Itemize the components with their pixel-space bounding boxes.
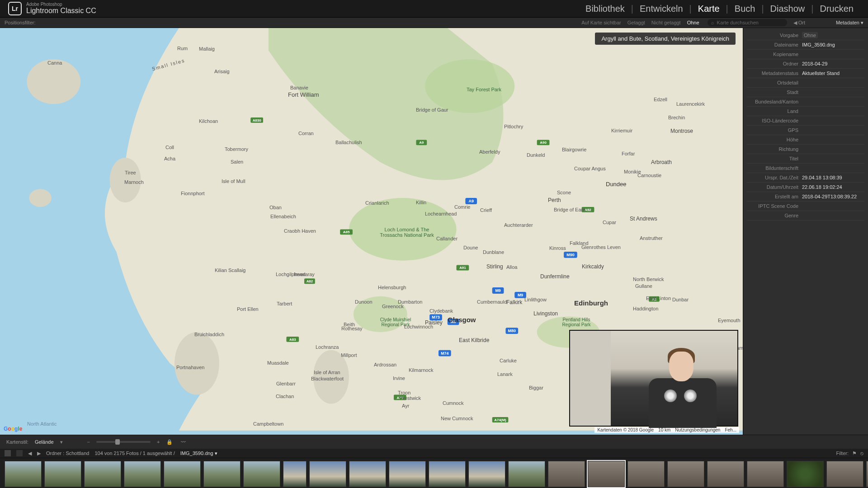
meta-row[interactable]: Datum/Uhrzeit22.06.18 19:02:24 (747, 183, 864, 192)
main-body: M8 M9 M80 M74 M9 A9 M90 M73 A82 A830 A9 … (0, 28, 868, 435)
meta-row[interactable]: Genre (747, 211, 864, 221)
meta-row[interactable]: Stadt (747, 88, 864, 97)
city-forfar: Forfar (622, 151, 635, 156)
thumbnail[interactable] (44, 461, 81, 487)
meta-value[interactable]: Aktuellster Stand (802, 70, 863, 76)
meta-key: Stadt (749, 89, 802, 95)
filter-none[interactable]: Ohne (687, 20, 699, 25)
thumbnail[interactable] (124, 461, 161, 487)
thumbnail[interactable] (283, 461, 307, 487)
meta-value[interactable]: Ohne (802, 33, 863, 38)
filter-visible-on-map[interactable]: Auf Karte sichtbar (581, 20, 621, 25)
thumbnail[interactable] (548, 461, 585, 487)
thumbnail[interactable] (787, 461, 824, 487)
park-pentland: Pentland Hills Regional Park (556, 317, 597, 327)
lock-icon[interactable]: 🔒 (166, 438, 173, 446)
city-comrie: Comrie (454, 204, 470, 210)
meta-row[interactable]: Richtung (747, 145, 864, 154)
map-search-input[interactable]: ⌕ Karte durchsuchen (708, 19, 787, 26)
city-marnoch: Marnoch (124, 179, 144, 185)
thumbnail[interactable] (164, 461, 201, 487)
thumbnail-selected[interactable] (588, 461, 625, 487)
thumbnail[interactable] (389, 461, 426, 487)
thumbnail[interactable] (349, 461, 386, 487)
filmstrip-thumbs[interactable] (0, 458, 868, 488)
app-logo: Lr (8, 2, 22, 15)
nav-back-icon[interactable]: ◀ (28, 450, 32, 456)
meta-value[interactable]: 22.06.18 19:02:24 (802, 184, 863, 190)
city-perth: Perth (548, 197, 561, 203)
gps-track-icon[interactable]: 〰 (179, 438, 187, 446)
module-book[interactable]: Buch (728, 4, 762, 14)
tab-metadaten[interactable]: Metadaten ▾ (836, 20, 863, 26)
city-carluke: Carluke (500, 358, 517, 363)
meta-row[interactable]: DateinameIMG_3590.dng (747, 40, 864, 50)
filter-untagged[interactable]: Nicht getaggt (651, 20, 681, 25)
city-craobhhaven: Craobh Haven (284, 228, 316, 234)
filmstrip: ◀ ▶ Ordner : Schottland 104 von 2175 Fot… (0, 449, 868, 488)
meta-row[interactable]: Ordner2018-04-29 (747, 59, 864, 69)
city-linlithgow: Linlithgow (524, 297, 547, 302)
meta-row[interactable]: GPS (747, 126, 864, 135)
thumbnail[interactable] (243, 461, 280, 487)
meta-value[interactable]: 29.04.18 13:08:39 (802, 175, 863, 180)
module-develop[interactable]: Entwickeln (633, 4, 689, 14)
meta-row[interactable]: Titel (747, 154, 864, 164)
meta-row[interactable]: ISO-Ländercode (747, 116, 864, 126)
module-print[interactable]: Drucken (814, 4, 860, 14)
module-slideshow[interactable]: Diashow (764, 4, 811, 14)
thumbnail[interactable] (84, 461, 121, 487)
city-crianlarich: Crianlarich (365, 200, 389, 206)
secondary-display-icon[interactable] (16, 450, 23, 456)
meta-row[interactable]: MetadatenstatusAktuellster Stand (747, 69, 864, 78)
meta-row[interactable]: Höhe (747, 135, 864, 145)
thumbnail[interactable] (508, 461, 545, 487)
nav-fwd-icon[interactable]: ▶ (37, 450, 41, 456)
tab-ort[interactable]: ◀ Ort (793, 20, 805, 26)
meta-row[interactable]: IPTC Scene Code (747, 202, 864, 211)
city-alloa: Alloa (506, 264, 517, 270)
filter-tagged[interactable]: Getaggt (627, 20, 645, 25)
map-style-value[interactable]: Gelände (35, 439, 54, 445)
grid-view-icon[interactable] (5, 450, 11, 456)
thumbnail[interactable] (707, 461, 744, 487)
thumbnail[interactable] (429, 461, 466, 487)
city-newcumnock: New Cumnock (441, 416, 473, 421)
city-clachan: Clachan (276, 394, 294, 399)
meta-value[interactable]: 2018-04-29 (802, 61, 863, 66)
meta-row[interactable]: Erstellt am2018-04-29T13:08:39.22 (747, 192, 864, 202)
thumbnail[interactable] (667, 461, 704, 487)
module-map[interactable]: Karte (692, 4, 726, 14)
city-tobermory: Tobermory (225, 146, 248, 152)
thumbnail[interactable] (5, 461, 42, 487)
meta-value[interactable]: IMG_3590.dng (802, 42, 863, 47)
thumbnail[interactable] (203, 461, 241, 487)
city-eyemouth: Eyemouth (718, 318, 741, 323)
filmstrip-path[interactable]: Ordner : Schottland (46, 450, 89, 456)
flag-filter-icon[interactable]: ⚑ (852, 450, 857, 456)
city-killin: Killin (416, 200, 426, 205)
thumbnail[interactable] (866, 461, 868, 487)
filmstrip-file[interactable]: IMG_3590.dng ▾ (180, 450, 217, 456)
svg-text:A830: A830 (253, 118, 262, 122)
meta-row[interactable]: Bundesland/Kanton (747, 97, 864, 107)
city-kirkcaldy: Kirkcaldy (582, 263, 604, 270)
meta-row[interactable]: VorgabeOhne (747, 31, 864, 40)
map-canvas[interactable]: M8 M9 M80 M74 M9 A9 M90 M73 A82 A830 A9 … (0, 28, 743, 435)
thumbnail[interactable] (627, 461, 665, 487)
meta-value[interactable]: 2018-04-29T13:08:39.22 (802, 194, 863, 199)
filter-off-icon[interactable]: ⦸ (860, 450, 863, 456)
meta-row[interactable]: Ortsdetail (747, 78, 864, 88)
thumbnail[interactable] (468, 461, 505, 487)
zoom-slider[interactable] (96, 441, 151, 443)
meta-row[interactable]: Bildunterschrift (747, 164, 864, 173)
thumbnail[interactable] (826, 461, 863, 487)
meta-row[interactable]: Land (747, 107, 864, 116)
label-arran: Isle of Arran (314, 370, 340, 375)
meta-row[interactable]: Urspr. Dat./Zeit29.04.18 13:08:39 (747, 173, 864, 183)
meta-row[interactable]: Kopiename (747, 50, 864, 59)
module-library[interactable]: Bibliothek (579, 4, 631, 14)
city-dunoon: Dunoon (355, 299, 373, 305)
thumbnail[interactable] (309, 461, 346, 487)
thumbnail[interactable] (747, 461, 784, 487)
